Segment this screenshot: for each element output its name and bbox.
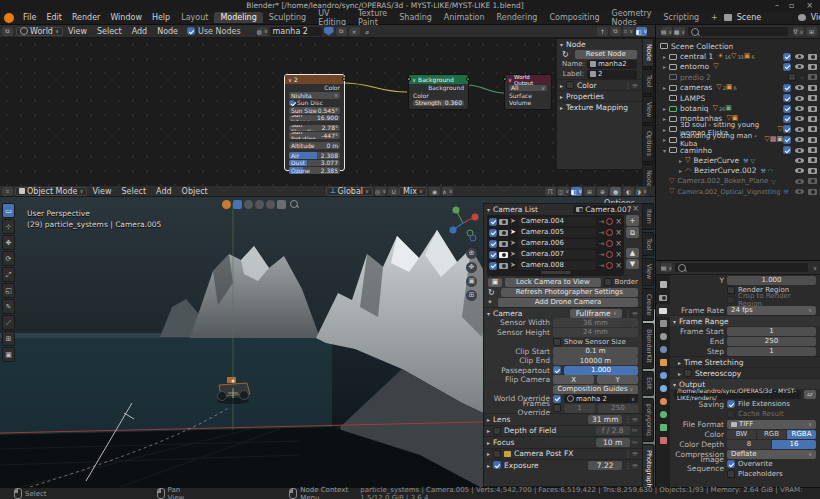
frame-start-field[interactable]: 1 [564, 404, 595, 413]
ortho-toggle-icon[interactable]: ⊞ [466, 290, 477, 301]
tab-blenderkit[interactable]: BlenderKit [643, 323, 654, 369]
render-camera-icon[interactable] [808, 54, 817, 60]
shading-solid-icon[interactable]: ● [610, 187, 621, 196]
hide-eye-icon[interactable] [795, 127, 804, 132]
camera-row-active[interactable]: ➤Camera.007⇥× [487, 249, 624, 260]
shading-rendered-icon[interactable]: ◑∨ [636, 187, 647, 196]
physics-tab-icon[interactable] [656, 395, 670, 408]
rgba-option[interactable]: RGBA [787, 430, 816, 439]
postfx-panel[interactable]: ▸Camera Post FX⋮≡ [484, 448, 642, 460]
add-primitive-tool[interactable]: ⊞ [2, 331, 15, 346]
hide-eye-icon[interactable] [795, 116, 804, 121]
editor-type-icon[interactable]: ⧉ [2, 27, 13, 36]
render-camera-icon[interactable] [808, 106, 817, 112]
workspace-tab-layout[interactable]: Layout [175, 12, 214, 23]
render-tab-icon[interactable] [656, 291, 670, 304]
proportional-edit-icon[interactable]: ◉ [429, 187, 440, 196]
annotate-tool[interactable]: ✎ [2, 299, 15, 314]
scene-tab-icon[interactable] [255, 200, 264, 209]
color-depth-segment[interactable]: 816 [727, 440, 816, 449]
workspace-tab-compositing[interactable]: Compositing [543, 12, 605, 23]
node-label-field[interactable]: 2 [587, 70, 637, 79]
depth-8-option[interactable]: 8 [727, 440, 772, 449]
color-mode-segment[interactable]: BWRGBRGBA [727, 430, 816, 439]
hide-eye-icon[interactable] [795, 85, 804, 90]
outliner-row-collection[interactable]: ▸central 1☀16▽33▣6 [656, 51, 820, 61]
camera-row[interactable]: ➤Camera.008⇥× [487, 260, 624, 271]
viewlayer-tab-icon[interactable] [656, 317, 670, 330]
node-panel-header[interactable]: ▾Node [557, 39, 642, 49]
viewport-editor-type-icon[interactable]: ⌗ [2, 187, 13, 196]
tab-tool[interactable]: Tool [643, 232, 654, 257]
modifier-tab-icon[interactable] [656, 369, 670, 382]
render-camera-icon[interactable] [808, 147, 817, 153]
filter-mode-icon[interactable]: ▦∨ [674, 27, 685, 36]
move-down-button[interactable]: ▼ [626, 259, 639, 269]
background-node[interactable]: ∨ Background Background Color Strength0.… [408, 74, 469, 110]
render-camera-icon[interactable] [808, 178, 817, 184]
select-box-tool[interactable]: ▭ [2, 203, 15, 218]
properties-search-input[interactable] [675, 263, 808, 272]
strength-field[interactable]: Strength0.360 [409, 99, 468, 107]
flip-y-button[interactable]: Y [597, 375, 638, 384]
output-target-dropdown[interactable]: All∨ [505, 84, 551, 92]
overlay-toggle-icon[interactable]: ◧∨ [636, 27, 647, 36]
aspect-y-field[interactable]: 1.000 [727, 276, 816, 285]
move-up-button[interactable]: ▲ [626, 248, 639, 258]
tool-tab-icon[interactable] [656, 278, 670, 291]
world-output-node-header[interactable]: ∨ World Output [505, 75, 551, 84]
render-camera-icon[interactable] [808, 64, 817, 70]
sensor-height-field[interactable]: 24 mm [553, 328, 638, 337]
shader-menu-view[interactable]: View [63, 27, 92, 36]
output-path-field[interactable]: /home/leandro/sync/OPERAS/3d - MYST-LIKE… [674, 390, 801, 399]
camera-row[interactable]: ➤Camera.004⇥× [487, 216, 624, 227]
texture-tab-icon[interactable] [656, 434, 670, 447]
object-menu[interactable]: Object [177, 187, 213, 196]
render-camera-icon[interactable] [808, 168, 817, 174]
add-drone-camera-button[interactable]: Add Drone Camera [498, 298, 638, 307]
tab-node[interactable]: Node [643, 38, 654, 67]
visibility-dropdown-icon[interactable]: ◫∨ [558, 187, 569, 196]
active-camera-field[interactable]: Camera.007 [573, 205, 629, 214]
parent-up-icon[interactable]: ↑ [597, 27, 608, 36]
render-camera-icon[interactable] [808, 116, 817, 122]
new-collection-icon[interactable]: ⊞ [806, 27, 817, 36]
sun-rotation-field[interactable]: Sun Rotation-447° [285, 132, 344, 140]
filter-funnel-icon[interactable]: ∇∨ [793, 27, 804, 36]
background-output-socket[interactable] [466, 77, 470, 81]
browse-world-icon[interactable]: ◍∨ [257, 27, 268, 36]
snap-with-dropdown[interactable]: Mix∨ [399, 187, 427, 196]
active-tool-tab-icon[interactable] [233, 200, 242, 209]
sky-color-output[interactable]: Color [285, 84, 344, 92]
shader-menu-select[interactable]: Select [92, 27, 127, 36]
world-output-node[interactable]: ∨ World Output All∨ Surface Volume [504, 74, 552, 110]
output-tab-icon[interactable] [656, 304, 670, 317]
gizmo-x-axis[interactable] [472, 214, 479, 221]
pan-hand-icon[interactable]: ✥ [466, 262, 477, 273]
frame-end-field[interactable]: 250 [727, 337, 816, 346]
refresh-photographer-button[interactable]: Refresh Photographer Settings [501, 288, 638, 297]
navigation-gizmo[interactable] [442, 202, 484, 244]
orientation-dropdown[interactable]: ⟂Global∨ [326, 187, 373, 196]
exclude-checkbox[interactable] [783, 63, 791, 71]
camera-list-panel-header[interactable]: ▾Camera List Camera.007 × [484, 204, 642, 214]
exclude-checkbox[interactable] [783, 94, 791, 102]
hide-eye-icon[interactable] [795, 158, 804, 163]
tab-edit[interactable]: Edit [643, 371, 654, 396]
exclude-checkbox[interactable] [783, 125, 791, 133]
hide-eye-icon[interactable] [795, 96, 804, 101]
add-workspace-button[interactable]: + [705, 12, 724, 23]
time-stretching-panel[interactable]: ▸Time Stretching [670, 356, 820, 367]
exclude-checkbox[interactable] [788, 73, 796, 81]
tab-view[interactable]: View [643, 96, 654, 123]
lock-camera-icon[interactable]: ▣ [488, 278, 502, 287]
camera-row[interactable]: ➤Camera.005⇥× [487, 227, 624, 238]
placeholders-checkbox[interactable] [727, 470, 735, 478]
tab-tool[interactable]: Tool [643, 69, 654, 94]
file-format-dropdown[interactable]: TIFF∨ [727, 420, 816, 429]
render-tab-icon[interactable] [244, 200, 253, 209]
clip-start-field[interactable]: 0.1 m [553, 347, 638, 356]
exclude-checkbox[interactable] [783, 53, 791, 61]
tab-polygoniq[interactable]: polygoniq [643, 398, 654, 442]
snap-node-icon[interactable]: ⌗∨ [623, 27, 634, 36]
